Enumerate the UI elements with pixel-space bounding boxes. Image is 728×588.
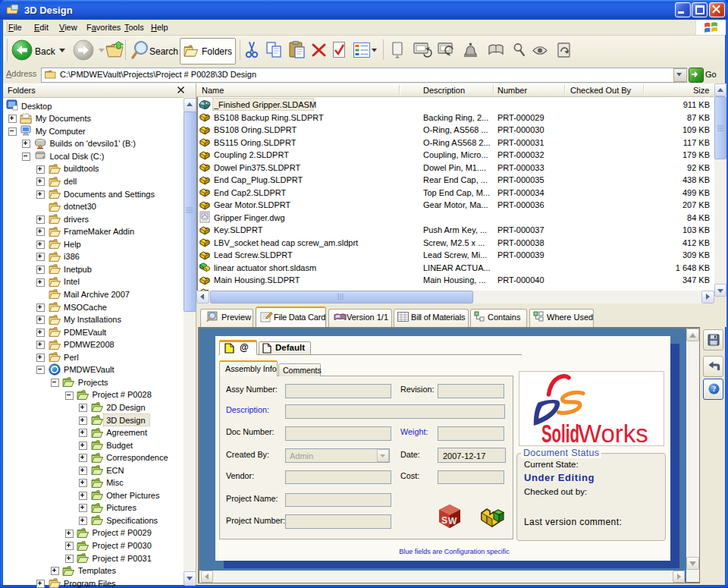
svg-text:?: ? [712,385,716,393]
svg-text:S: S [441,515,447,526]
svg-text:W: W [448,516,457,527]
